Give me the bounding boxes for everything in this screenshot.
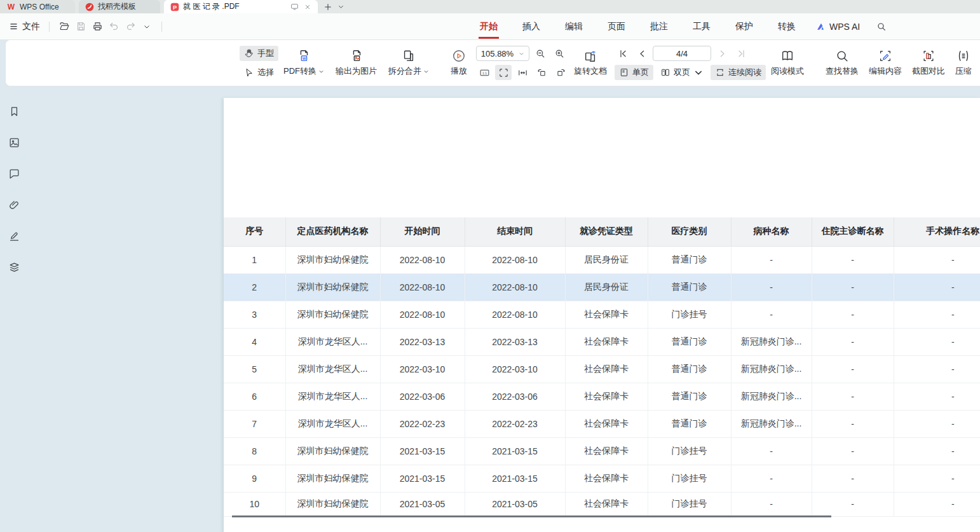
print-button[interactable]	[89, 18, 105, 35]
single-page-view-button[interactable]: 单页	[615, 65, 653, 80]
document-title: 就 医 记 录 .PDF	[183, 1, 287, 12]
comment-icon	[8, 168, 20, 180]
redo-button[interactable]	[122, 18, 139, 35]
layers-button[interactable]	[5, 258, 23, 276]
thumbnails-button[interactable]	[5, 133, 23, 151]
wps-ai-button[interactable]: WPS AI	[816, 22, 860, 32]
table-cell: 2022-08-10	[380, 246, 465, 273]
menu-tab-insert[interactable]: 插入	[521, 18, 541, 35]
zoom-in-icon	[554, 48, 565, 59]
reading-mode-button[interactable]: 阅读模式	[766, 48, 809, 78]
edit-content-icon	[878, 49, 892, 63]
table-cell: 深圳市妇幼保健院	[285, 246, 380, 273]
menu-tab-convert[interactable]: 转换	[777, 18, 797, 35]
single-page-label: 单页	[632, 67, 649, 78]
table-cell: 8	[224, 437, 285, 465]
signature-button[interactable]	[5, 227, 23, 245]
find-replace-button[interactable]: 查找替换	[820, 48, 864, 78]
save-button[interactable]	[72, 18, 89, 35]
rotate-left-button[interactable]	[533, 65, 550, 80]
menu-tab-page[interactable]: 页面	[606, 18, 627, 35]
continuous-reading-button[interactable]: 连续阅读	[711, 65, 766, 80]
table-header-cell: 定点医药机构名称	[285, 217, 380, 246]
play-button[interactable]: 播放	[446, 48, 472, 78]
split-merge-button[interactable]: 拆分合并	[383, 48, 434, 78]
comments-button[interactable]	[5, 165, 23, 182]
table-cell: 普通门诊	[648, 273, 731, 301]
table-cell: -	[731, 301, 812, 328]
wps-logo-icon: W	[6, 2, 16, 11]
chevron-down-icon	[143, 23, 151, 31]
zoom-in-button[interactable]	[551, 46, 568, 61]
table-cell: 2022-08-10	[380, 301, 465, 328]
new-tab-button[interactable]	[322, 0, 334, 13]
select-tool-button[interactable]: 选择	[240, 65, 278, 80]
table-row: 9深圳市妇幼保健院2021-03-152021-03-15社会保障卡门诊挂号--…	[224, 465, 980, 492]
hand-tool-button[interactable]: 手型	[240, 46, 278, 61]
menu-tab-tools[interactable]: 工具	[691, 18, 712, 35]
actual-size-button[interactable]: 1:1	[476, 65, 493, 80]
table-cell: 社会保障卡	[565, 437, 648, 465]
continuous-reading-label: 连续阅读	[728, 67, 761, 78]
pdf-page[interactable]: 序号定点医药机构名称开始时间结束时间就诊凭证类型医疗类别病种名称住院主诊断名称手…	[224, 98, 980, 532]
menu-tab-protect[interactable]: 保护	[734, 18, 754, 35]
menu-tab-comment[interactable]: 批注	[649, 18, 669, 35]
present-to-screen-icon[interactable]	[290, 3, 299, 11]
reading-mode-label: 阅读模式	[771, 65, 804, 77]
paperclip-icon	[8, 199, 20, 211]
pdf-convert-button[interactable]: W PDF转换	[278, 48, 329, 78]
menu-tabs: 开始 插入 编辑 页面 批注 工具 保护 转换	[479, 18, 797, 35]
table-cell: 2022-02-23	[380, 410, 465, 437]
tab-docer-templates[interactable]: 找稻壳模板	[79, 0, 160, 13]
menu-tab-home[interactable]: 开始	[479, 18, 499, 35]
quickbar-more-button[interactable]	[139, 18, 155, 35]
first-page-button[interactable]	[615, 46, 631, 61]
table-cell: -	[812, 492, 894, 516]
next-page-button[interactable]	[714, 46, 730, 61]
rotate-document-button[interactable]: 旋转文档	[569, 48, 612, 78]
edit-content-button[interactable]: 编辑内容	[864, 48, 907, 78]
screenshot-compare-button[interactable]: 截图对比	[907, 48, 950, 78]
compress-button[interactable]: 压缩	[950, 48, 977, 78]
rotate-right-button[interactable]	[552, 65, 569, 80]
open-file-button[interactable]	[56, 18, 72, 35]
zoom-out-icon	[535, 48, 546, 59]
table-row: 2深圳市妇幼保健院2022-08-102022-08-10居民身份证普通门诊--…	[224, 273, 980, 301]
table-cell: -	[731, 492, 812, 516]
double-page-icon	[660, 67, 670, 78]
fit-page-button[interactable]	[495, 65, 512, 80]
table-cell: 深圳市龙华区人...	[285, 410, 380, 437]
table-row: 7深圳市龙华区人...2022-02-232022-02-23社会保障卡普通门诊…	[224, 410, 980, 437]
menu-tab-edit[interactable]: 编辑	[564, 18, 584, 35]
close-tab-icon[interactable]	[304, 3, 311, 11]
table-cell: 社会保障卡	[565, 410, 648, 437]
menu-search-button[interactable]	[876, 22, 887, 32]
fit-width-button[interactable]	[514, 65, 531, 80]
previous-page-button[interactable]	[634, 46, 650, 61]
table-cell: -	[894, 246, 980, 273]
table-cell: -	[812, 410, 894, 437]
table-cell: -	[894, 328, 980, 355]
attachments-button[interactable]	[5, 196, 23, 214]
bookmarks-button[interactable]	[5, 102, 23, 120]
table-cell: 深圳市妇幼保健院	[285, 465, 380, 492]
table-header-cell: 手术操作名称	[894, 217, 980, 246]
undo-button[interactable]	[105, 18, 122, 35]
tab-list-chevron-icon[interactable]	[334, 0, 347, 13]
play-icon	[452, 49, 466, 63]
table-cell: 门诊挂号	[648, 492, 731, 516]
file-menu-button[interactable]: 文件	[6, 21, 43, 32]
last-page-button[interactable]	[733, 46, 749, 61]
undo-icon	[109, 21, 119, 32]
zoom-out-button[interactable]	[532, 46, 548, 61]
double-page-view-button[interactable]: 双页	[656, 65, 708, 80]
page-number-input[interactable]: 4/4	[653, 46, 711, 61]
export-as-image-button[interactable]: 输出为图片	[330, 48, 382, 78]
table-cell: 1	[224, 246, 285, 273]
tab-wps-office[interactable]: W WPS Office	[0, 0, 75, 13]
zoom-level-select[interactable]: 105.88%	[476, 46, 529, 61]
docer-icon	[85, 3, 94, 11]
tab-document-active[interactable]: P 就 医 记 录 .PDF	[164, 0, 318, 13]
split-merge-label: 拆分合并	[388, 65, 421, 77]
table-cell: -	[894, 437, 980, 465]
